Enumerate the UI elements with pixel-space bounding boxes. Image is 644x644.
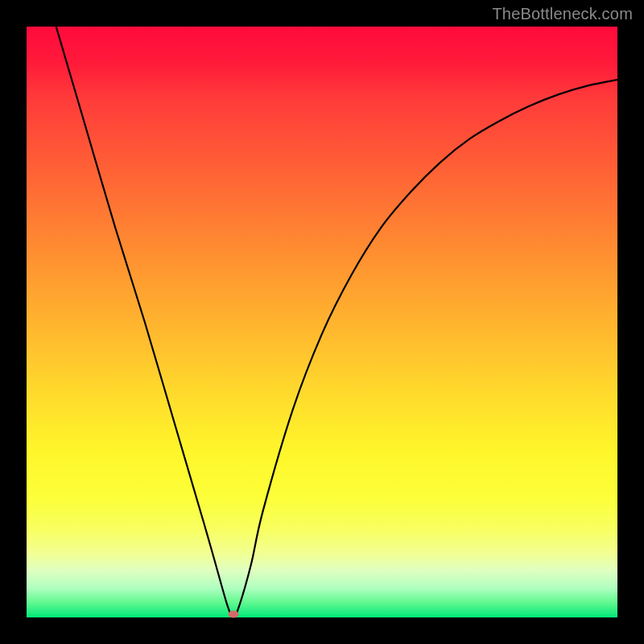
optimum-marker <box>228 611 238 618</box>
bottleneck-curve <box>27 27 617 617</box>
watermark-text: TheBottleneck.com <box>492 5 633 23</box>
plot-area <box>27 27 617 617</box>
